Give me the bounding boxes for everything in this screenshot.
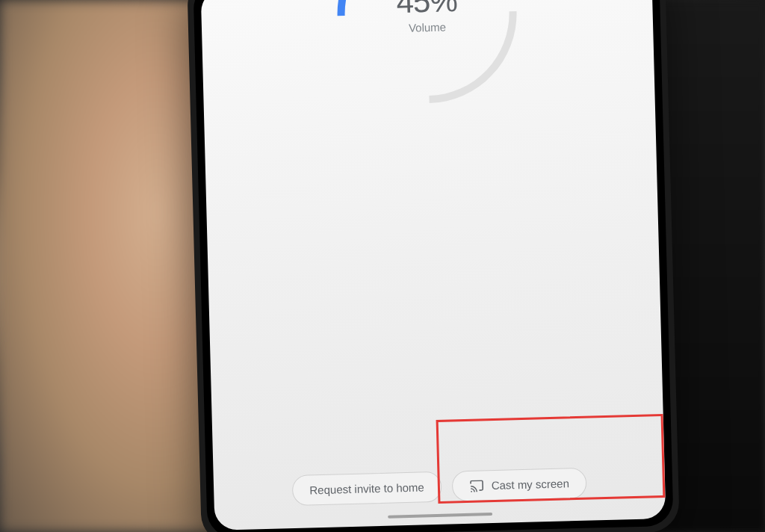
phone-screen: 45% Volume Request invite to home <box>201 0 666 531</box>
cast-screen-button[interactable]: Cast my screen <box>451 468 586 502</box>
content-spacer <box>203 82 664 464</box>
phone-frame: 45% Volume Request invite to home <box>187 0 680 532</box>
cast-screen-label: Cast my screen <box>492 477 570 492</box>
cast-icon <box>469 480 484 492</box>
bottom-button-row: Request invite to home Cast my screen <box>213 452 666 531</box>
svg-point-0 <box>471 490 472 492</box>
request-invite-label: Request invite to home <box>309 480 424 496</box>
volume-percent: 45% <box>396 0 457 20</box>
volume-readout: 45% Volume <box>396 0 458 34</box>
volume-label: Volume <box>397 20 457 34</box>
volume-dial-area: 45% Volume <box>201 0 654 94</box>
request-invite-button[interactable]: Request invite to home <box>292 471 442 506</box>
